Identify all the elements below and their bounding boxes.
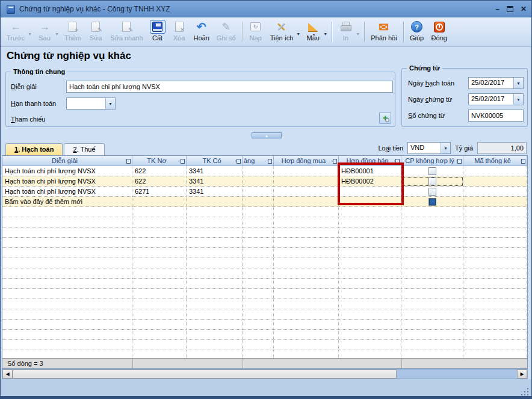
cell-hd_mua[interactable] [274, 187, 339, 197]
scroll-left-icon[interactable]: ◀ [2, 370, 13, 379]
checkbox[interactable] [428, 188, 436, 196]
column-header-ma_tk[interactable]: Mã thống kê [463, 156, 527, 165]
resize-grip[interactable] [521, 388, 529, 396]
cell-tk_co[interactable] [187, 289, 243, 299]
cell-ang[interactable] [243, 258, 274, 268]
cell-tk_co[interactable] [187, 217, 243, 227]
toolbar-button-tien-ich[interactable]: Tiện ích▼ [267, 19, 303, 45]
cell-ma_tk[interactable] [463, 207, 527, 217]
pin-icon[interactable] [332, 158, 337, 164]
tab-hach-toan[interactable]: 1. Hạch toán [5, 143, 63, 155]
cell-cp[interactable] [401, 350, 463, 358]
checkbox[interactable] [428, 178, 436, 185]
cell-dien_giai[interactable] [2, 217, 132, 227]
cell-ma_tk[interactable] [463, 350, 527, 358]
cell-tk_co[interactable] [187, 207, 243, 217]
cell-ma_tk[interactable] [463, 197, 527, 207]
cell-ang[interactable] [243, 187, 274, 197]
dien-giai-input[interactable] [66, 81, 393, 93]
cell-ang[interactable] [243, 197, 274, 207]
cell-tk_co[interactable]: 3341 [187, 166, 243, 176]
cell-hd_mua[interactable] [274, 166, 339, 176]
cell-hd_mua[interactable] [274, 299, 339, 309]
cell-tk_no[interactable] [132, 238, 187, 248]
cell-hd_mua[interactable] [274, 238, 339, 248]
cell-tk_no[interactable] [132, 217, 187, 227]
cell-tk_no[interactable] [132, 299, 187, 309]
toolbar-button-giup[interactable]: Giúp [406, 19, 428, 45]
cell-ang[interactable] [243, 217, 274, 227]
new-row[interactable]: Bấm vào đây để thêm mới [2, 197, 527, 207]
cell-hd_mua[interactable] [274, 268, 339, 279]
cell-tk_no[interactable] [132, 197, 187, 207]
cell-cp[interactable] [401, 207, 463, 217]
cell-ma_tk[interactable] [463, 299, 527, 309]
cell-tk_co[interactable]: 3341 [187, 187, 243, 197]
pin-icon[interactable] [456, 158, 462, 164]
add-reference-button[interactable]: + [379, 112, 391, 124]
cell-dien_giai[interactable] [2, 340, 132, 350]
cell-cp[interactable] [401, 227, 463, 238]
cell-cp[interactable] [401, 299, 463, 309]
cell-tk_co[interactable] [187, 330, 243, 340]
cell-ang[interactable] [243, 238, 274, 248]
cell-tk_no[interactable] [132, 248, 187, 258]
cell-tk_no[interactable] [132, 227, 187, 238]
cell-hd_ban[interactable] [339, 299, 401, 309]
cell-dien_giai[interactable]: Hạch toán chi phí lượng NVSX [2, 187, 132, 197]
cell-hd_ban[interactable] [339, 330, 401, 340]
cell-hd_ban[interactable] [339, 340, 401, 350]
cell-tk_co[interactable] [187, 309, 243, 320]
cell-hd_mua[interactable] [274, 197, 339, 207]
cell-dien_giai[interactable] [2, 279, 132, 289]
cell-ang[interactable] [243, 248, 274, 258]
cell-ang[interactable] [243, 320, 274, 330]
maximize-icon[interactable] [507, 4, 513, 14]
toolbar-button-mau[interactable]: Mẫu▼ [302, 19, 329, 45]
toolbar-button-cat[interactable]: Cất [147, 19, 169, 45]
so-chung-tu-input[interactable] [468, 110, 524, 122]
cell-ma_tk[interactable] [463, 217, 527, 227]
dropdown-arrow-icon[interactable]: ▼ [296, 32, 300, 36]
cell-hd_mua[interactable] [274, 207, 339, 217]
cell-tk_co[interactable] [187, 227, 243, 238]
column-header-hd_ban[interactable]: Hợp đồng bán [339, 156, 401, 165]
cell-dien_giai[interactable] [2, 289, 132, 299]
cell-ma_tk[interactable] [463, 176, 527, 187]
cell-dien_giai[interactable]: Hạch toán chi phí lượng NVSX [2, 166, 132, 176]
cell-hd_mua[interactable] [274, 248, 339, 258]
cell-dien_giai[interactable] [2, 248, 132, 258]
cell-ma_tk[interactable] [463, 279, 527, 289]
cell-hd_ban[interactable] [339, 309, 401, 320]
cell-tk_no[interactable] [132, 309, 187, 320]
cell-hd_mua[interactable] [274, 350, 339, 358]
cell-ang[interactable] [243, 340, 274, 350]
cell-hd_ban[interactable] [339, 207, 401, 217]
cell-dien_giai[interactable] [2, 227, 132, 238]
cell-tk_no[interactable] [132, 320, 187, 330]
column-header-cp[interactable]: CP không hợp lý [401, 156, 463, 165]
chevron-down-icon[interactable]: ▼ [441, 143, 450, 153]
cell-tk_no[interactable] [132, 340, 187, 350]
cell-dien_giai[interactable] [2, 258, 132, 268]
toolbar-button-hoan[interactable]: Hoãn [190, 19, 213, 45]
cell-ma_tk[interactable] [463, 227, 527, 238]
collapse-splitter[interactable]: ▲ [252, 132, 282, 138]
cell-hd_mua[interactable] [274, 320, 339, 330]
cell-ang[interactable] [243, 268, 274, 279]
cell-ang[interactable] [243, 176, 274, 187]
cell-ang[interactable] [243, 289, 274, 299]
checkbox[interactable] [428, 198, 436, 206]
cell-hd_ban[interactable] [339, 320, 401, 330]
cell-hd_mua[interactable] [274, 279, 339, 289]
cell-tk_no[interactable] [132, 350, 187, 358]
cell-hd_ban[interactable] [339, 187, 401, 197]
cell-hd_ban[interactable] [339, 197, 401, 207]
cell-ang[interactable] [243, 227, 274, 238]
cell-ma_tk[interactable] [463, 289, 527, 299]
cell-cp[interactable] [401, 197, 463, 207]
column-header-ang[interactable]: àng [243, 156, 274, 165]
cell-tk_co[interactable] [187, 299, 243, 309]
cell-ma_tk[interactable] [463, 268, 527, 279]
chevron-down-icon[interactable]: ▼ [513, 94, 523, 105]
